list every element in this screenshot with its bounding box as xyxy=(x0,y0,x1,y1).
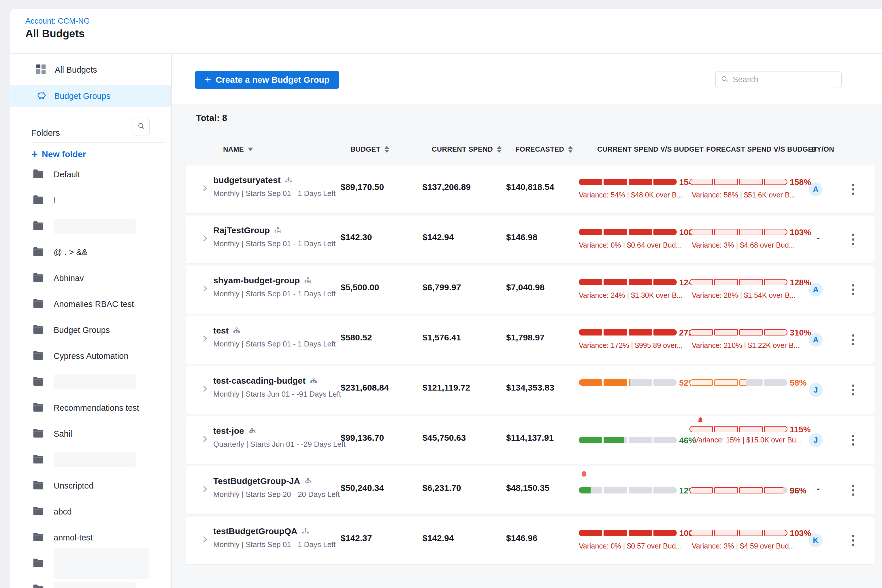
folder-name-skeleton xyxy=(54,582,136,588)
alert-bell-icon xyxy=(580,470,588,478)
folder-icon xyxy=(32,557,45,570)
plus-icon: + xyxy=(205,73,211,86)
folder-item--[interactable]: @ . > && xyxy=(10,239,171,265)
piggy-bank-icon xyxy=(34,89,47,103)
sidebar-item-label: Budget Groups xyxy=(54,92,110,101)
folder-item-cypress-automation[interactable]: Cypress Automation xyxy=(10,343,171,369)
folder-icon xyxy=(32,220,45,232)
table-row-RajTestGroup: RajTestGroupMonthly | Starts Sep 01 - 1 … xyxy=(186,216,874,264)
row-expand-chevron[interactable] xyxy=(201,334,209,344)
sidebar-item-all-budgets[interactable]: All Budgets xyxy=(10,60,171,79)
current-spend-variance: Variance: 0% | $0.64 over Bud... xyxy=(579,241,682,249)
folder-item--[interactable]: ! xyxy=(10,188,171,213)
sidebar: All Budgets Budget Groups Folders + New … xyxy=(10,54,172,588)
avatar: K xyxy=(809,534,823,548)
folder-item-unscripted[interactable]: Unscripted xyxy=(10,473,171,499)
table-header-row: NAMEBUDGETCURRENT SPENDFORECASTEDCURRENT… xyxy=(196,143,882,160)
account-breadcrumb[interactable]: Account: CCM-NG xyxy=(26,17,90,26)
row-expand-chevron[interactable] xyxy=(201,184,209,194)
current-spend-value: $1,576.41 xyxy=(423,333,461,342)
forecasted-value: $146.98 xyxy=(506,232,537,242)
budget-groups-table: Total: 8 NAMEBUDGETCURRENT SPENDFORECAST… xyxy=(172,104,882,588)
table-row-testBudgetGroupQA: testBudgetGroupQAMonthly | Starts Sep 01… xyxy=(186,516,874,564)
forecasted-value: $134,353.83 xyxy=(506,383,554,393)
folder-name: @ . > && xyxy=(54,248,87,257)
folder-item-anomalies-rbac-test[interactable]: Anomalies RBAC test xyxy=(10,291,171,317)
folder-icon xyxy=(32,350,45,362)
folder-icon xyxy=(32,505,45,518)
budget-group-period: Monthly | Starts Sep 20 - 20 Days Left xyxy=(213,490,340,499)
folder-item-skeleton[interactable] xyxy=(10,213,171,239)
column-header-by-on: BY/ON xyxy=(812,143,834,156)
budget-group-name: test-cascading-budget xyxy=(213,376,318,386)
folder-item-budget-groups[interactable]: Budget Groups xyxy=(10,317,171,343)
budget-group-name: test-joe xyxy=(213,426,256,436)
folder-item-sahil[interactable]: Sahil xyxy=(10,421,171,447)
budget-group-period: Quarterly | Starts Jun 01 - -29 Days Lef… xyxy=(213,440,346,449)
budget-value: $580.52 xyxy=(341,333,372,342)
row-menu-button[interactable] xyxy=(847,531,860,550)
column-header-current-spend[interactable]: CURRENT SPEND xyxy=(432,143,501,156)
folder-item-anmol-test[interactable]: anmol-test xyxy=(10,525,171,550)
folder-item-skeleton[interactable] xyxy=(10,576,171,588)
folder-item-skeleton[interactable] xyxy=(10,550,171,576)
search-input[interactable] xyxy=(732,75,837,84)
budget-group-name: TestBudgetGroup-JA xyxy=(213,476,312,486)
row-expand-chevron[interactable] xyxy=(201,435,209,444)
row-expand-chevron[interactable] xyxy=(201,535,209,545)
row-menu-button[interactable] xyxy=(847,331,860,349)
row-menu-button[interactable] xyxy=(847,481,860,500)
folder-name: Sahil xyxy=(54,429,72,439)
create-budget-group-label: Create a new Budget Group xyxy=(216,75,330,85)
sort-icon xyxy=(497,146,501,153)
budget-group-name: test xyxy=(213,326,241,336)
forecast-spend-variance: Variance: 210% | $1.22K over B... xyxy=(692,341,800,350)
create-budget-group-button[interactable]: + Create a new Budget Group xyxy=(195,71,339,89)
row-expand-chevron[interactable] xyxy=(201,384,209,394)
current-spend-vs-budget-bar xyxy=(579,437,677,443)
current-spend-percent: 46% xyxy=(679,436,696,446)
row-menu-button[interactable] xyxy=(847,280,860,299)
sidebar-item-label: All Budgets xyxy=(55,65,97,75)
forecast-spend-vs-budget-bar xyxy=(690,229,788,235)
current-spend-vs-budget-bar xyxy=(579,179,677,185)
budget-value: $142.37 xyxy=(341,533,372,543)
folder-item-recommendations-test[interactable]: Recommendations test xyxy=(10,395,171,421)
grid-icon xyxy=(34,63,47,76)
row-menu-button[interactable] xyxy=(847,381,860,399)
column-header-forecasted[interactable]: FORECASTED xyxy=(515,143,573,156)
current-spend-value: $6,231.70 xyxy=(423,483,461,493)
column-header-name[interactable]: NAME xyxy=(223,143,253,156)
folder-icon xyxy=(32,531,45,544)
budget-value: $50,240.34 xyxy=(341,483,384,493)
plus-icon: + xyxy=(32,150,38,159)
app-window: Account: CCM-NG All Budgets All Budgets … xyxy=(10,9,882,588)
current-spend-value: $137,206.89 xyxy=(423,182,471,192)
budget-group-period: Monthly | Starts Sep 01 - 1 Days Left xyxy=(213,339,336,348)
hierarchy-icon xyxy=(310,376,318,386)
budget-group-period: Monthly | Starts Sep 01 - 1 Days Left xyxy=(213,540,336,549)
folder-item-abcd[interactable]: abcd xyxy=(10,499,171,525)
current-spend-vs-budget-bar xyxy=(579,329,677,336)
budget-group-name: budgetsuryatest xyxy=(213,175,292,185)
current-spend-value: $6,799.97 xyxy=(423,282,461,292)
forecast-spend-variance: Variance: 3% | $4.59 over Bud... xyxy=(692,542,795,550)
column-header-budget[interactable]: BUDGET xyxy=(351,143,389,156)
row-menu-button[interactable] xyxy=(847,230,860,249)
row-expand-chevron[interactable] xyxy=(201,284,209,294)
sidebar-item-budget-groups[interactable]: Budget Groups xyxy=(10,86,171,106)
folder-item-abhinav[interactable]: Abhinav xyxy=(10,265,171,291)
row-expand-chevron[interactable] xyxy=(201,234,209,244)
folder-item-skeleton[interactable] xyxy=(10,447,171,473)
row-expand-chevron[interactable] xyxy=(201,485,209,495)
row-menu-button[interactable] xyxy=(847,431,860,449)
new-folder-button[interactable]: + New folder xyxy=(32,149,86,159)
row-menu-button[interactable] xyxy=(847,180,860,199)
folder-search-button[interactable] xyxy=(133,118,150,135)
forecast-spend-vs-budget-bar xyxy=(690,380,788,386)
budget-group-period: Monthly | Starts Sep 01 - 1 Days Left xyxy=(213,189,336,198)
total-count: Total: 8 xyxy=(196,113,227,123)
folder-item-skeleton[interactable] xyxy=(10,369,171,395)
folder-name: Unscripted xyxy=(54,481,94,490)
folder-item-default[interactable]: Default xyxy=(10,161,171,188)
